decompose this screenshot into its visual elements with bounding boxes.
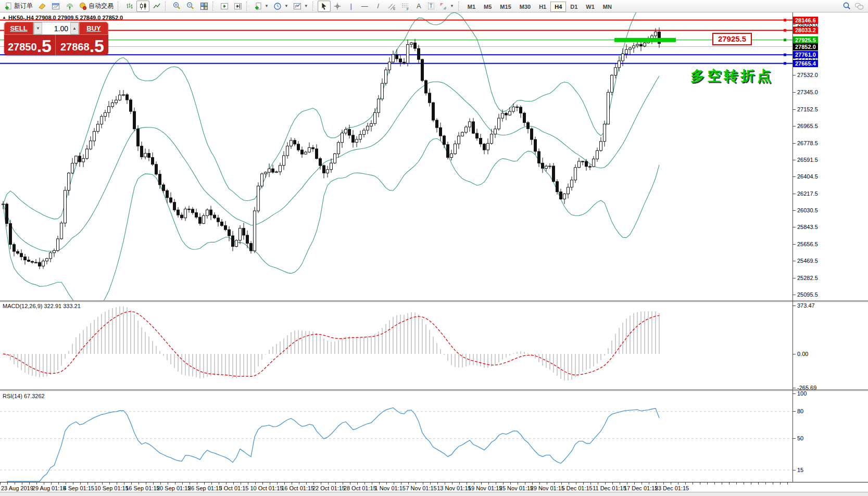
crosshair-icon [333, 2, 342, 10]
template-dropdown[interactable]: ▼ [291, 1, 310, 12]
price-axis-tick: 25095.5 [797, 291, 818, 298]
sell-button[interactable]: SELL [4, 22, 33, 35]
market-watch-button[interactable] [35, 1, 48, 12]
line-handle[interactable] [784, 39, 786, 41]
line-handle[interactable] [784, 62, 786, 65]
price-axis-tick: 26778.5 [797, 140, 818, 146]
new-order-button[interactable]: 新订单 [2, 1, 35, 11]
main-chart-canvas[interactable] [0, 12, 792, 300]
price-axis-tick: 26591.5 [797, 157, 818, 163]
period-dropdown[interactable]: ▼ [271, 1, 291, 12]
chart-autoscroll-button[interactable] [231, 1, 244, 12]
horizontal-line-button[interactable]: — [358, 1, 371, 12]
date-label: 16 Oct 01:15 [281, 485, 314, 491]
arrows-dropdown[interactable]: ▼ [437, 1, 456, 12]
sell-price[interactable]: 27850.5 [4, 35, 56, 55]
equidistant-channel-button[interactable]: E [385, 1, 398, 12]
candlestick-chart-icon [139, 2, 147, 10]
toolbar-separator [312, 2, 315, 11]
pane-separator[interactable] [0, 389, 868, 391]
vertical-line-icon: | [347, 2, 356, 10]
macd-canvas[interactable] [0, 302, 792, 389]
price-axis-tick: 26404.5 [797, 173, 818, 180]
buy-price-frac: .5 [90, 38, 104, 54]
horizontal-line-icon: — [360, 2, 369, 10]
volume-increase-button[interactable]: ▲ [70, 22, 79, 34]
price-axis-tick: 27152.5 [797, 106, 818, 112]
date-label: 13 Nov 01:15 [437, 485, 471, 491]
date-label: 29 Nov 01:15 [531, 485, 564, 491]
buy-button[interactable]: BUY [79, 22, 108, 35]
date-label: 22 Oct 01:15 [312, 485, 345, 491]
autotrading-label: 自动交易 [89, 2, 114, 10]
horizontal-scrollbar[interactable] [0, 492, 868, 496]
zoom-out-icon [186, 2, 195, 10]
rsi-canvas[interactable] [0, 391, 792, 482]
trendline-icon: / [374, 2, 383, 10]
text-label-button[interactable]: T [426, 1, 436, 12]
date-label: 20 Sep 01:15 [157, 485, 191, 491]
tile-windows-icon [199, 2, 208, 10]
timeframe-H4[interactable]: H4 [550, 2, 566, 12]
chart-window-button[interactable] [49, 1, 62, 12]
chevron-down-icon: ▼ [450, 4, 454, 8]
line-handle[interactable] [784, 29, 786, 32]
volume-input[interactable] [42, 22, 70, 34]
highlight-band[interactable] [614, 38, 676, 42]
timeframe-D1[interactable]: D1 [566, 2, 582, 12]
date-label: 1 Nov 01:15 [375, 485, 406, 491]
date-label: 28 Oct 01:15 [344, 485, 376, 491]
date-axis: 23 Aug 201929 Aug 01:154 Sep 01:1510 Sep… [0, 482, 868, 492]
rsi-pane-label: RSI(14) 67.3262 [3, 393, 45, 399]
volume-decrease-button[interactable]: ▼ [34, 22, 42, 34]
tile-windows-button[interactable] [197, 1, 210, 12]
price-axis-tick: 26217.5 [797, 190, 818, 197]
timeframe-W1[interactable]: W1 [582, 2, 599, 12]
line-handle[interactable] [784, 19, 786, 21]
vertical-line-button[interactable]: | [345, 1, 358, 12]
zoom-in-icon [172, 2, 181, 10]
new-chart-dropdown[interactable]: ▼ [251, 1, 271, 12]
toolbar-separator [458, 2, 461, 11]
price-axis-tick: 27345.0 [797, 89, 818, 95]
price-callout-label[interactable]: 27925.5 [712, 33, 752, 45]
bar-chart-icon [125, 2, 134, 10]
trendline-button[interactable]: / [372, 1, 385, 12]
candlestick-chart-button[interactable] [136, 1, 149, 12]
timeframe-M5[interactable]: M5 [480, 2, 496, 12]
timeframe-M15[interactable]: M15 [496, 2, 515, 12]
price-tag: 28033.2 [793, 27, 818, 34]
price-axis-tick: 26030.5 [797, 207, 818, 213]
buy-price[interactable]: 27868.5 [56, 35, 108, 55]
chart-shift-button[interactable] [218, 1, 231, 12]
new-chart-icon [254, 2, 262, 10]
line-chart-button[interactable] [150, 1, 163, 12]
bar-chart-button[interactable] [123, 1, 136, 12]
chat-icon[interactable] [854, 2, 863, 10]
price-axis-tick: 26965.5 [797, 123, 818, 129]
one-click-trade-panel: SELL ▼ ▲ BUY 27850.5 27868.5 [4, 22, 108, 55]
signal-icon [65, 2, 73, 10]
chart-shift-icon [220, 2, 229, 10]
text-button[interactable]: A [412, 1, 425, 12]
rsi-axis-tick: 100 [797, 390, 807, 397]
crosshair-button[interactable] [331, 1, 344, 12]
arrows-icon [439, 2, 448, 10]
timeframe-M30[interactable]: M30 [515, 2, 535, 12]
timeframe-M1[interactable]: M1 [463, 2, 480, 12]
fibonacci-button[interactable]: F [399, 1, 412, 12]
cursor-button[interactable] [318, 1, 331, 12]
date-label: 25 Nov 01:15 [499, 485, 533, 491]
signals-button[interactable] [62, 1, 76, 12]
timeframe-MN[interactable]: MN [599, 2, 616, 12]
pane-separator[interactable] [0, 300, 868, 302]
zoom-out-button[interactable] [184, 1, 197, 12]
date-label: 3 Oct 01:15 [219, 485, 249, 491]
autotrading-button[interactable]: 自动交易 [76, 1, 116, 11]
search-icon[interactable] [842, 2, 851, 10]
line-handle[interactable] [784, 54, 786, 56]
timeframe-H1[interactable]: H1 [535, 2, 550, 12]
zoom-in-button[interactable] [170, 1, 183, 12]
rsi-axis-tick: 15 [797, 467, 803, 473]
chart-annotation-text[interactable]: 多空转折点 [690, 67, 774, 85]
